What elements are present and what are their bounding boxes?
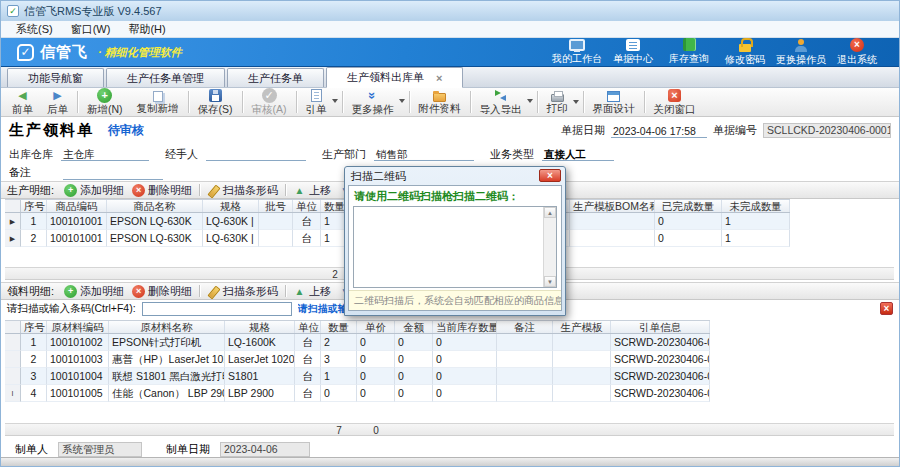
prev-doc-button[interactable]: 前单: [5, 87, 40, 117]
scan-barcode-button[interactable]: 扫描条形码: [203, 284, 282, 299]
ref-doc-button[interactable]: 引单: [299, 87, 340, 117]
table-row[interactable]: 3100101004联想 S1801 黑白激光打印机S1801台1000SCRW…: [5, 368, 710, 385]
switch-operator-button[interactable]: 更换操作员: [773, 38, 829, 67]
save-button[interactable]: 保存(S): [191, 87, 240, 117]
change-password-button[interactable]: 修改密码: [717, 38, 773, 67]
table-row[interactable]: I4100101005佳能（Canon） LBP 2900+ 黑白激LBP 29…: [5, 385, 710, 402]
tab-function-nav[interactable]: 功能导航窗: [7, 68, 104, 87]
scroll-up-icon[interactable]: ▲: [544, 207, 556, 218]
production-dept-field: 生产部门销售部: [322, 147, 474, 162]
table-cell: SCRWD-20230406-0001: [611, 351, 710, 368]
maker-value: 系统管理员: [58, 442, 142, 457]
tab-close-icon[interactable]: ×: [436, 72, 442, 84]
next-doc-button[interactable]: 后单: [40, 87, 75, 117]
more-actions-button[interactable]: 更多操作: [345, 87, 407, 117]
workbench-button[interactable]: 我的工作台: [549, 39, 605, 66]
add-new-button[interactable]: 新增(N): [80, 87, 130, 117]
audit-button[interactable]: 审核(A): [245, 87, 294, 117]
table-cell: 100101001: [47, 213, 107, 230]
button-label: 修改密码: [725, 53, 765, 67]
doc-center-button[interactable]: 单据中心: [605, 39, 661, 66]
dropdown-caret-icon: [527, 99, 533, 106]
import-export-button[interactable]: 导入导出: [473, 87, 535, 117]
barcode-input[interactable]: [142, 302, 292, 316]
warehouse-field: 出库仓库主仓库: [9, 147, 149, 162]
qr-input-area: ▲ ▼: [353, 206, 557, 288]
table-cell: LQ-1600K: [225, 334, 295, 351]
exit-system-button[interactable]: ×退出系统: [829, 38, 885, 67]
button-label: 前单: [12, 103, 33, 117]
button-label: 更多操作: [352, 103, 394, 117]
table-cell: 1: [722, 213, 790, 230]
clear-button[interactable]: ×: [880, 302, 893, 315]
copy-new-button[interactable]: 复制新增: [130, 89, 186, 116]
column-header: 未完成数量: [722, 200, 790, 212]
scan-barcode-button[interactable]: 扫描条形码: [203, 183, 282, 198]
table-cell: 0: [433, 351, 497, 368]
table-row[interactable]: 1100101002EPSON针式打印机LQ-1600K台2000SCRWD-2…: [5, 334, 710, 351]
column-header: 单价: [357, 321, 395, 333]
dropdown-caret-icon: [332, 99, 338, 106]
production-section-title: 生产明细:: [7, 183, 54, 198]
app-icon: ✓: [7, 5, 19, 17]
attachment-button[interactable]: 附件资料: [412, 88, 468, 116]
menu-item-window[interactable]: 窗口(W): [62, 21, 120, 38]
column-header: 生产模板BOM名称: [570, 200, 655, 212]
table-cell: [497, 334, 553, 351]
tab-production-task-mgmt[interactable]: 生产任务单管理: [106, 68, 225, 87]
column-header: 批号: [259, 200, 293, 212]
move-up-button[interactable]: 上移: [289, 284, 335, 299]
scrollbar[interactable]: ▲ ▼: [543, 207, 556, 287]
column-header: 规格: [203, 200, 259, 212]
window-title: 信管飞RMS专业版 V9.4.567: [24, 4, 162, 19]
table-cell: S1801: [225, 368, 295, 385]
table-cell: 100101005: [47, 385, 109, 402]
table-cell: [553, 351, 611, 368]
qr-dialog-body: 请使用二维码扫描枪扫描二维码： ▲ ▼ 二维码扫描后，系统会自动匹配相应的商品信…: [348, 185, 562, 311]
scroll-down-icon[interactable]: ▼: [544, 276, 556, 287]
warehouse-field-input[interactable]: 主仓库: [61, 147, 149, 161]
handler-field-input[interactable]: [206, 147, 306, 161]
doc-fields-row: 出库仓库主仓库经手人生产部门销售部业务类型直接人工: [1, 144, 899, 164]
column-header: 序号: [21, 321, 47, 333]
print-button[interactable]: 打印: [540, 88, 581, 116]
table-cell: 1: [321, 368, 357, 385]
table-cell: SCRWD-20230406-0001: [611, 334, 710, 351]
close-window-button[interactable]: 关闭窗口: [647, 87, 703, 117]
business-type-field-input[interactable]: 直接人工: [542, 147, 614, 161]
qr-dialog-title: 扫描二维码: [351, 170, 406, 182]
column-header: 单位: [293, 200, 321, 212]
delete-detail-button[interactable]: 删除明细: [128, 284, 196, 299]
doc-header: 生产领料单 待审核 单据日期 2023-04-06 17:58 单据编号 SCL…: [1, 117, 899, 144]
table-cell: [497, 385, 553, 402]
tab-production-task[interactable]: 生产任务单: [227, 68, 324, 87]
qr-dialog-titlebar[interactable]: 扫描二维码 ×: [348, 167, 562, 185]
table-cell: LQ-630K |: [203, 213, 259, 230]
delete-detail-button[interactable]: 删除明细: [128, 183, 196, 198]
note-input[interactable]: [63, 166, 163, 180]
close-icon: ×: [540, 170, 560, 181]
close-icon: ×: [884, 303, 890, 314]
ui-design-button[interactable]: 界面设计: [586, 88, 642, 116]
production-dept-field-input[interactable]: 销售部: [374, 147, 474, 161]
menu-item-help[interactable]: 帮助(H): [119, 21, 174, 38]
move-up-button[interactable]: 上移: [289, 183, 335, 198]
add-detail-button[interactable]: 添加明细: [60, 284, 128, 299]
table-cell: [553, 385, 611, 402]
qr-input[interactable]: [354, 207, 543, 287]
doc-date-input[interactable]: 2023-04-06 17:58: [611, 124, 707, 138]
tab-production-material-outbound[interactable]: 生产领料出库单×: [326, 67, 463, 88]
separator: [199, 184, 200, 196]
inventory-query-button[interactable]: 库存查询: [661, 38, 717, 66]
qr-hint: 二维码扫描后，系统会自动匹配相应的商品信息。: [349, 290, 561, 310]
button-label: 引单: [306, 103, 327, 117]
column-header: 规格: [225, 321, 295, 333]
doc-no-label: 单据编号: [713, 123, 757, 138]
button-label: 添加明细: [80, 183, 124, 198]
table-row[interactable]: 2100101003惠普（HP）LaserJet 1020LaserJet 10…: [5, 351, 710, 368]
menu-item-system[interactable]: 系统(S): [7, 21, 62, 38]
exit-icon: ×: [850, 38, 864, 52]
brand-name: 信管飞: [40, 43, 88, 62]
add-detail-button[interactable]: 添加明细: [60, 183, 128, 198]
qr-dialog-close-button[interactable]: ×: [539, 169, 561, 182]
